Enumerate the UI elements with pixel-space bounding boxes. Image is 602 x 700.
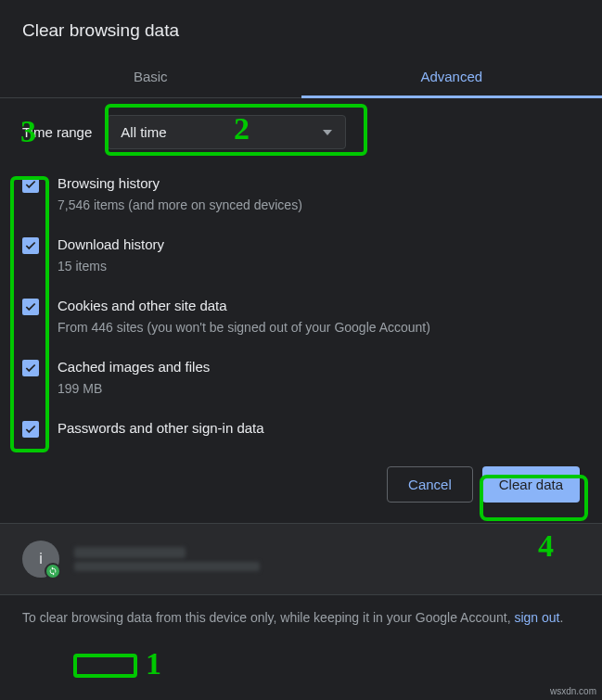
option-subtitle: 15 items xyxy=(58,257,580,275)
account-row: i xyxy=(0,523,602,595)
sign-out-hint: To clear browsing data from this device … xyxy=(0,595,602,640)
check-icon xyxy=(24,423,37,436)
tab-basic[interactable]: Basic xyxy=(0,57,301,97)
option-title: Download history xyxy=(58,235,580,255)
options-list: Browsing history 7,546 items (and more o… xyxy=(0,159,602,450)
option-title: Cached images and files xyxy=(58,357,580,377)
chevron-down-icon xyxy=(323,130,332,135)
annotation-number-1: 1 xyxy=(146,646,161,681)
account-info xyxy=(74,543,580,575)
dialog-title: Clear browsing data xyxy=(0,0,602,57)
option-subtitle: 7,546 items (and more on synced devices) xyxy=(58,196,580,214)
check-icon xyxy=(24,239,37,252)
checkbox-cookies[interactable] xyxy=(22,299,39,315)
option-browsing-history[interactable]: Browsing history 7,546 items (and more o… xyxy=(22,164,580,225)
option-subtitle: 199 MB xyxy=(58,379,580,398)
time-range-row: Time range All time xyxy=(0,98,602,159)
check-icon xyxy=(24,362,37,375)
tab-advanced[interactable]: Advanced xyxy=(301,57,603,97)
sign-out-link[interactable]: sign out xyxy=(514,610,559,625)
clear-browsing-data-dialog: Clear browsing data Basic Advanced Time … xyxy=(0,0,602,640)
hint-post: . xyxy=(560,610,564,625)
hint-pre: To clear browsing data from this device … xyxy=(22,610,514,625)
option-title: Cookies and other site data xyxy=(58,296,580,316)
option-passwords[interactable]: Passwords and other sign-in data xyxy=(22,409,580,450)
checkbox-download-history[interactable] xyxy=(22,237,39,254)
option-title: Passwords and other sign-in data xyxy=(58,418,580,439)
option-text: Cached images and files 199 MB xyxy=(58,357,580,398)
check-icon xyxy=(24,178,37,191)
option-title: Browsing history xyxy=(58,173,580,194)
checkbox-cached[interactable] xyxy=(22,360,39,376)
option-text: Passwords and other sign-in data xyxy=(58,418,580,439)
sync-icon xyxy=(45,563,61,579)
clear-data-button[interactable]: Clear data xyxy=(482,466,580,503)
time-range-select[interactable]: All time xyxy=(107,115,346,149)
option-cookies[interactable]: Cookies and other site data From 446 sit… xyxy=(22,286,580,348)
option-download-history[interactable]: Download history 15 items xyxy=(22,225,580,286)
checkbox-browsing-history[interactable] xyxy=(22,176,39,193)
option-text: Cookies and other site data From 446 sit… xyxy=(58,296,580,337)
check-icon xyxy=(24,300,37,313)
annotation-box-1 xyxy=(73,654,137,678)
time-range-value: All time xyxy=(121,124,166,140)
option-text: Browsing history 7,546 items (and more o… xyxy=(58,173,580,214)
option-cached[interactable]: Cached images and files 199 MB xyxy=(22,348,580,409)
account-name-redacted xyxy=(74,547,186,558)
dialog-actions: Cancel Clear data xyxy=(0,450,602,523)
time-range-label: Time range xyxy=(22,124,92,140)
tabs: Basic Advanced xyxy=(0,57,602,98)
option-subtitle: From 446 sites (you won't be signed out … xyxy=(58,318,580,337)
cancel-button[interactable]: Cancel xyxy=(387,466,473,503)
option-text: Download history 15 items xyxy=(58,235,580,275)
watermark: wsxdn.com xyxy=(550,686,596,696)
checkbox-passwords[interactable] xyxy=(22,421,39,438)
account-email-redacted xyxy=(74,562,260,571)
avatar-wrap: i xyxy=(22,541,59,578)
